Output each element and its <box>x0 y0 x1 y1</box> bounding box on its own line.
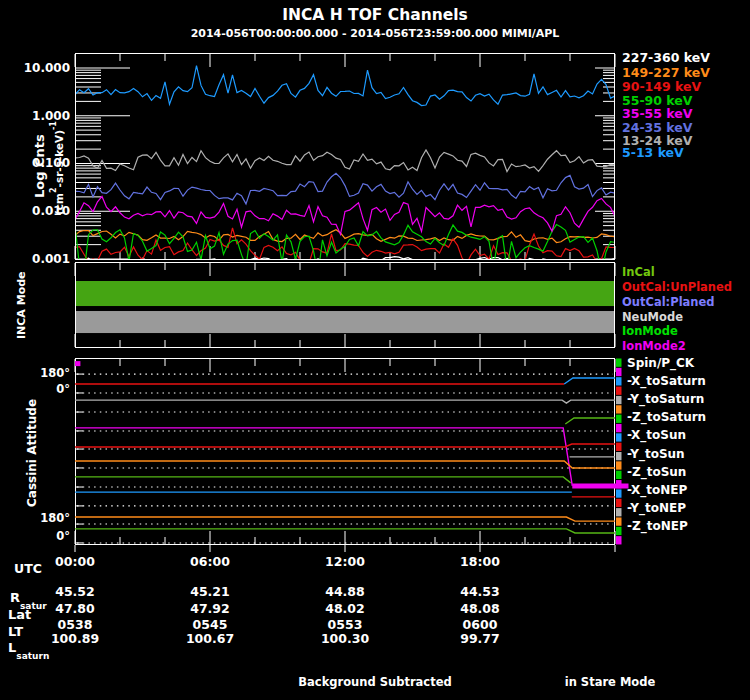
legend-channel-227-360: 227-360 keV <box>622 51 710 64</box>
attitude-line-2 <box>564 378 615 384</box>
utc-tick-0: 00:00 <box>30 555 120 568</box>
row-lt-value-2: 0553 <box>300 618 390 631</box>
legend-attitude-y-sun: -Y_toSun <box>627 448 685 461</box>
legend-mode-ionmode2: IonMode2 <box>622 340 686 352</box>
row-lat-value-3: 48.08 <box>435 602 525 615</box>
footer-background-subtracted: Background Subtracted <box>275 676 475 688</box>
attitude-right-strip-segment <box>616 433 622 441</box>
row-l-value-2: 100.30 <box>300 632 390 645</box>
attitude-right-strip-segment <box>616 424 622 432</box>
row-r-value-0: 45.52 <box>30 585 120 598</box>
series-35-55keV <box>75 196 615 234</box>
tof-ytick-3: 0.010 <box>12 205 70 218</box>
page-title: INCA H TOF Channels <box>0 7 750 23</box>
tof-ytick-2: 0.100 <box>12 157 70 170</box>
attitude-ytick-2: 180° <box>28 512 70 524</box>
legend-mode-incal: InCal <box>622 266 655 278</box>
legend-attitude-z-nep: -Z_toNEP <box>627 520 688 533</box>
attitude-yaxis-title: Cassini Attitude <box>26 378 39 528</box>
legend-mode-ionmode: IonMode <box>622 325 678 337</box>
attitude-right-strip-segment <box>616 461 622 469</box>
attitude-right-strip-segment <box>616 396 622 404</box>
legend-channel-90-149: 90-149 keV <box>622 80 701 93</box>
attitude-right-strip-segment <box>616 536 622 544</box>
legend-mode-outcal-planed: OutCal:Planed <box>622 296 715 308</box>
row-r-value-3: 44.53 <box>435 585 525 598</box>
unit-sup: 2 <box>49 187 58 193</box>
attitude-line-4 <box>565 418 615 424</box>
utc-tick-2: 12:00 <box>300 555 390 568</box>
legend-attitude-x-nep: -X_toNEP <box>627 484 687 497</box>
attitude-right-strip-segment <box>616 480 622 488</box>
row-l-value-3: 99.77 <box>435 632 525 645</box>
legend-attitude-z-saturn: -Z_toSaturn <box>627 411 706 424</box>
attitude-right-strip-segment <box>616 443 622 451</box>
attitude-line-3 <box>75 400 615 403</box>
series-13-24keV <box>75 150 615 172</box>
legend-mode-neumode: NeuMode <box>622 311 683 323</box>
attitude-right-strip-segment <box>616 377 622 385</box>
row-lt-value-0: 0538 <box>30 618 120 631</box>
series-5-13keV <box>75 66 615 106</box>
attitude-right-strip-segment <box>616 405 622 413</box>
row-lat-value-1: 47.92 <box>165 602 255 615</box>
row-label-l-sub: saturn <box>16 651 49 661</box>
attitude-right-strip-segment <box>616 415 622 423</box>
inca-tof-plot: INCA H TOF Channels 2014-056T00:00:00.00… <box>0 0 750 700</box>
attitude-right-strip-segment <box>616 489 622 497</box>
footer-stare-mode: in Stare Mode <box>550 676 670 688</box>
row-r-value-2: 44.88 <box>300 585 390 598</box>
legend-attitude-y-nep: -Y_toNEP <box>627 502 686 515</box>
utc-tick-1: 06:00 <box>165 555 255 568</box>
attitude-line-7 <box>75 444 615 447</box>
tof-ytick-0: 10.000 <box>12 62 70 75</box>
row-lat-value-2: 48.02 <box>300 602 390 615</box>
attitude-right-strip-segment <box>616 471 622 479</box>
attitude-right-strip-segment <box>616 527 622 535</box>
attitude-right-strip-segment <box>616 452 622 460</box>
utc-tick-3: 18:00 <box>435 555 525 568</box>
tof-ytick-1: 1.000 <box>12 110 70 123</box>
attitude-right-strip-segment <box>616 508 622 516</box>
row-label-lat: Lat <box>8 608 31 622</box>
row-lat-value-0: 47.80 <box>30 602 120 615</box>
legend-attitude-x-sun: -X_toSun <box>627 429 686 442</box>
inca-mode-band-0 <box>76 281 614 306</box>
legend-channel-5-13: 5-13 keV <box>622 146 684 159</box>
row-l-value-0: 100.89 <box>30 632 120 645</box>
legend-attitude-y-saturn: -Y_toSaturn <box>627 393 704 406</box>
row-l-value-1: 100.67 <box>165 632 255 645</box>
attitude-line-9 <box>75 461 615 468</box>
attitude-right-strip-segment <box>616 517 622 525</box>
inca-mode-band-1 <box>76 311 614 333</box>
row-lt-value-3: 0600 <box>435 618 525 631</box>
row-lt-value-1: 0545 <box>165 618 255 631</box>
attitude-right-strip-segment <box>616 499 622 507</box>
time-range-subtitle: 2014-056T00:00:00.000 - 2014-056T23:59:0… <box>0 28 750 40</box>
attitude-ytick-1: 0° <box>28 383 70 395</box>
attitude-right-strip-segment <box>616 387 622 395</box>
attitude-ytick-0: 180° <box>28 367 70 379</box>
row-r-value-1: 45.21 <box>165 585 255 598</box>
row-label-lt: LT <box>8 625 23 639</box>
attitude-line-10 <box>75 477 571 483</box>
row-label-r-main: R <box>10 590 20 605</box>
legend-mode-outcal-unplaned: OutCal:UnPlaned <box>622 281 732 293</box>
legend-attitude-x-saturn: -X_toSaturn <box>627 375 706 388</box>
legend-attitude-spin: Spin/P_CK <box>627 357 694 370</box>
attitude-ytick-3: 0° <box>28 530 70 542</box>
panel-border-0 <box>76 54 615 260</box>
series-24-35keV <box>75 173 615 204</box>
attitude-right-strip-segment <box>616 368 622 376</box>
attitude-right-strip-segment <box>616 359 622 367</box>
mode-yaxis-title: INCA Mode <box>16 262 28 348</box>
legend-channel-35-55: 35-55 keV <box>622 107 692 120</box>
legend-attitude-z-sun: -Z_toSun <box>627 466 686 479</box>
tof-series-group <box>75 66 615 275</box>
legend-channel-149-227: 149-227 keV <box>622 66 710 79</box>
attitude-line-13 <box>75 517 615 521</box>
